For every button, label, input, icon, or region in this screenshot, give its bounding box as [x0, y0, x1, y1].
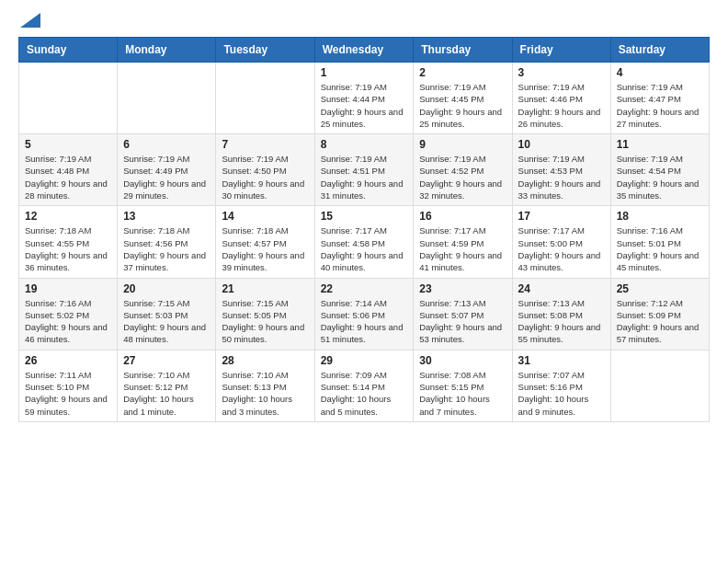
calendar-cell: 12Sunrise: 7:18 AM Sunset: 4:55 PM Dayli…: [19, 206, 118, 278]
day-number: 3: [518, 66, 605, 79]
day-info: Sunrise: 7:10 AM Sunset: 5:12 PM Dayligh…: [123, 369, 210, 418]
day-info: Sunrise: 7:15 AM Sunset: 5:05 PM Dayligh…: [222, 297, 308, 346]
day-info: Sunrise: 7:18 AM Sunset: 4:57 PM Dayligh…: [222, 224, 308, 273]
calendar-cell: 8Sunrise: 7:19 AM Sunset: 4:51 PM Daylig…: [314, 134, 414, 206]
day-number: 4: [617, 66, 703, 79]
calendar-cell: 11Sunrise: 7:19 AM Sunset: 4:54 PM Dayli…: [610, 134, 709, 206]
day-number: 15: [321, 210, 408, 223]
calendar-cell: 5Sunrise: 7:19 AM Sunset: 4:48 PM Daylig…: [19, 134, 118, 206]
day-number: 1: [321, 66, 408, 79]
day-info: Sunrise: 7:12 AM Sunset: 5:09 PM Dayligh…: [617, 297, 703, 346]
calendar-cell: 23Sunrise: 7:13 AM Sunset: 5:07 PM Dayli…: [414, 278, 512, 350]
day-info: Sunrise: 7:18 AM Sunset: 4:55 PM Dayligh…: [25, 224, 111, 273]
calendar-cell: 18Sunrise: 7:16 AM Sunset: 5:01 PM Dayli…: [610, 206, 709, 278]
weekday-header: Tuesday: [216, 38, 314, 63]
weekday-header: Wednesday: [314, 38, 414, 63]
day-info: Sunrise: 7:19 AM Sunset: 4:45 PM Dayligh…: [419, 81, 506, 130]
day-number: 17: [518, 210, 605, 223]
day-number: 26: [25, 354, 111, 367]
day-info: Sunrise: 7:14 AM Sunset: 5:06 PM Dayligh…: [321, 297, 408, 346]
day-info: Sunrise: 7:19 AM Sunset: 4:49 PM Dayligh…: [123, 153, 210, 201]
day-number: 30: [419, 354, 506, 367]
day-number: 23: [419, 282, 506, 295]
calendar-cell: 21Sunrise: 7:15 AM Sunset: 5:05 PM Dayli…: [216, 278, 314, 350]
day-info: Sunrise: 7:08 AM Sunset: 5:15 PM Dayligh…: [419, 369, 506, 418]
calendar-cell: [118, 63, 216, 134]
day-number: 20: [123, 282, 210, 295]
calendar-week-row: 26Sunrise: 7:11 AM Sunset: 5:10 PM Dayli…: [19, 350, 710, 421]
logo-icon: [20, 13, 40, 28]
header: [18, 15, 710, 28]
calendar-cell: 26Sunrise: 7:11 AM Sunset: 5:10 PM Dayli…: [19, 350, 118, 421]
calendar-week-row: 19Sunrise: 7:16 AM Sunset: 5:02 PM Dayli…: [19, 278, 710, 350]
day-info: Sunrise: 7:19 AM Sunset: 4:53 PM Dayligh…: [518, 153, 605, 201]
day-info: Sunrise: 7:10 AM Sunset: 5:13 PM Dayligh…: [222, 369, 308, 418]
day-info: Sunrise: 7:19 AM Sunset: 4:48 PM Dayligh…: [25, 153, 111, 201]
calendar-cell: 27Sunrise: 7:10 AM Sunset: 5:12 PM Dayli…: [118, 350, 216, 421]
calendar-cell: 29Sunrise: 7:09 AM Sunset: 5:14 PM Dayli…: [314, 350, 414, 421]
day-number: 12: [25, 210, 111, 223]
page: SundayMondayTuesdayWednesdayThursdayFrid…: [0, 0, 728, 437]
day-info: Sunrise: 7:15 AM Sunset: 5:03 PM Dayligh…: [123, 297, 210, 346]
day-info: Sunrise: 7:19 AM Sunset: 4:51 PM Dayligh…: [321, 153, 408, 201]
weekday-header: Saturday: [610, 38, 709, 63]
calendar-cell: 10Sunrise: 7:19 AM Sunset: 4:53 PM Dayli…: [512, 134, 610, 206]
calendar-cell: 1Sunrise: 7:19 AM Sunset: 4:44 PM Daylig…: [314, 63, 414, 134]
calendar-cell: 9Sunrise: 7:19 AM Sunset: 4:52 PM Daylig…: [414, 134, 512, 206]
day-info: Sunrise: 7:18 AM Sunset: 4:56 PM Dayligh…: [123, 224, 210, 273]
logo: [18, 15, 40, 28]
day-number: 27: [123, 354, 210, 367]
day-number: 16: [419, 210, 506, 223]
day-number: 19: [25, 282, 111, 295]
calendar-cell: 20Sunrise: 7:15 AM Sunset: 5:03 PM Dayli…: [118, 278, 216, 350]
calendar-cell: 15Sunrise: 7:17 AM Sunset: 4:58 PM Dayli…: [314, 206, 414, 278]
calendar-cell: 17Sunrise: 7:17 AM Sunset: 5:00 PM Dayli…: [512, 206, 610, 278]
calendar-cell: 22Sunrise: 7:14 AM Sunset: 5:06 PM Dayli…: [314, 278, 414, 350]
day-number: 25: [617, 282, 703, 295]
calendar-week-row: 1Sunrise: 7:19 AM Sunset: 4:44 PM Daylig…: [19, 63, 710, 134]
day-info: Sunrise: 7:19 AM Sunset: 4:47 PM Dayligh…: [617, 81, 703, 130]
day-number: 13: [123, 210, 210, 223]
day-info: Sunrise: 7:13 AM Sunset: 5:07 PM Dayligh…: [419, 297, 506, 346]
day-info: Sunrise: 7:11 AM Sunset: 5:10 PM Dayligh…: [25, 369, 111, 418]
day-info: Sunrise: 7:19 AM Sunset: 4:50 PM Dayligh…: [222, 153, 308, 201]
calendar-week-row: 12Sunrise: 7:18 AM Sunset: 4:55 PM Dayli…: [19, 206, 710, 278]
day-info: Sunrise: 7:09 AM Sunset: 5:14 PM Dayligh…: [321, 369, 408, 418]
calendar-cell: 28Sunrise: 7:10 AM Sunset: 5:13 PM Dayli…: [216, 350, 314, 421]
day-number: 5: [25, 138, 111, 151]
weekday-header: Sunday: [19, 38, 118, 63]
day-number: 22: [321, 282, 408, 295]
day-info: Sunrise: 7:17 AM Sunset: 5:00 PM Dayligh…: [518, 224, 605, 273]
day-info: Sunrise: 7:07 AM Sunset: 5:16 PM Dayligh…: [518, 369, 605, 418]
calendar-cell: [19, 63, 118, 134]
day-info: Sunrise: 7:17 AM Sunset: 4:59 PM Dayligh…: [419, 224, 506, 273]
calendar-cell: 14Sunrise: 7:18 AM Sunset: 4:57 PM Dayli…: [216, 206, 314, 278]
weekday-header: Monday: [118, 38, 216, 63]
calendar-header-row: SundayMondayTuesdayWednesdayThursdayFrid…: [19, 38, 710, 63]
day-number: 2: [419, 66, 506, 79]
calendar-table: SundayMondayTuesdayWednesdayThursdayFrid…: [18, 37, 710, 422]
day-number: 10: [518, 138, 605, 151]
day-number: 8: [321, 138, 408, 151]
calendar-cell: 30Sunrise: 7:08 AM Sunset: 5:15 PM Dayli…: [414, 350, 512, 421]
day-number: 31: [518, 354, 605, 367]
day-info: Sunrise: 7:19 AM Sunset: 4:54 PM Dayligh…: [617, 153, 703, 201]
day-number: 7: [222, 138, 308, 151]
calendar-cell: 4Sunrise: 7:19 AM Sunset: 4:47 PM Daylig…: [610, 63, 709, 134]
calendar-cell: 6Sunrise: 7:19 AM Sunset: 4:49 PM Daylig…: [118, 134, 216, 206]
calendar-week-row: 5Sunrise: 7:19 AM Sunset: 4:48 PM Daylig…: [19, 134, 710, 206]
day-number: 24: [518, 282, 605, 295]
day-number: 6: [123, 138, 210, 151]
calendar-cell: [216, 63, 314, 134]
day-number: 11: [617, 138, 703, 151]
calendar-cell: 2Sunrise: 7:19 AM Sunset: 4:45 PM Daylig…: [414, 63, 512, 134]
svg-marker-0: [20, 13, 40, 28]
day-info: Sunrise: 7:17 AM Sunset: 4:58 PM Dayligh…: [321, 224, 408, 273]
calendar-cell: 7Sunrise: 7:19 AM Sunset: 4:50 PM Daylig…: [216, 134, 314, 206]
calendar-cell: 19Sunrise: 7:16 AM Sunset: 5:02 PM Dayli…: [19, 278, 118, 350]
day-info: Sunrise: 7:19 AM Sunset: 4:52 PM Dayligh…: [419, 153, 506, 201]
day-number: 29: [321, 354, 408, 367]
calendar-cell: 24Sunrise: 7:13 AM Sunset: 5:08 PM Dayli…: [512, 278, 610, 350]
day-number: 18: [617, 210, 703, 223]
calendar-cell: 16Sunrise: 7:17 AM Sunset: 4:59 PM Dayli…: [414, 206, 512, 278]
